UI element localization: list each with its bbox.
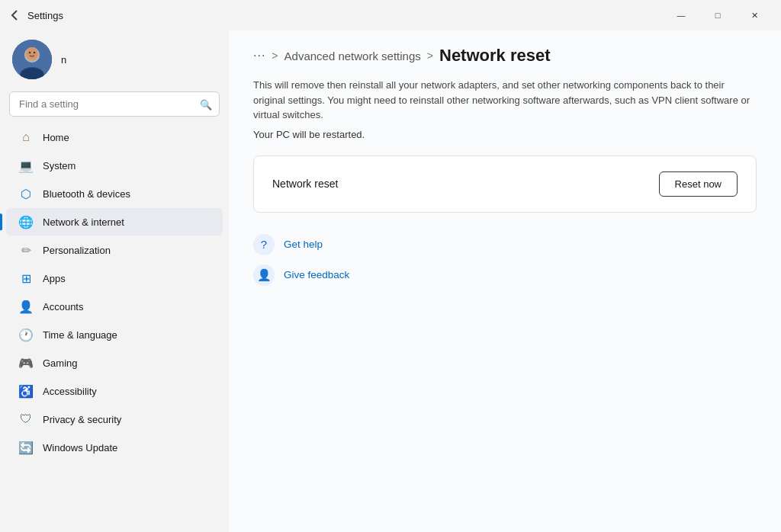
network-nav-icon: 🌐 — [18, 214, 34, 229]
app-title: Settings — [27, 10, 63, 21]
sidebar-label-gaming: Gaming — [43, 357, 78, 369]
svg-point-7 — [34, 52, 35, 53]
apps-nav-icon: ⊞ — [18, 271, 34, 286]
sidebar: n 🔍 ⌂Home💻System⬡Bluetooth & devices🌐Net… — [0, 30, 229, 532]
system-nav-icon: 💻 — [18, 158, 34, 173]
sidebar-item-accessibility[interactable]: ♿Accessibility — [6, 377, 223, 405]
sidebar-item-bluetooth[interactable]: ⬡Bluetooth & devices — [6, 180, 223, 207]
privacy-nav-icon: 🛡 — [18, 412, 34, 427]
time-nav-icon: 🕐 — [18, 327, 34, 342]
accounts-nav-icon: 👤 — [18, 299, 34, 314]
minimize-button[interactable]: — — [664, 3, 699, 27]
svg-point-6 — [29, 52, 31, 53]
sidebar-label-home: Home — [43, 132, 69, 143]
sidebar-label-accessibility: Accessibility — [43, 386, 97, 397]
sidebar-label-system: System — [43, 160, 76, 171]
accessibility-nav-icon: ♿ — [18, 383, 34, 399]
search-icon: 🔍 — [200, 98, 212, 110]
user-section: n — [0, 30, 229, 88]
give-feedback-link[interactable]: 👤Give feedback — [253, 264, 757, 286]
reset-card: Network reset Reset now — [253, 155, 757, 213]
gaming-nav-icon: 🎮 — [18, 355, 34, 370]
sidebar-item-personalization[interactable]: ✏Personalization — [6, 236, 223, 264]
reset-now-button[interactable]: Reset now — [659, 171, 738, 197]
sidebar-label-network: Network & internet — [43, 216, 124, 228]
sidebar-label-time: Time & language — [43, 329, 117, 341]
maximize-button[interactable]: □ — [700, 3, 735, 27]
svg-point-5 — [26, 47, 38, 59]
personalization-nav-icon: ✏ — [18, 242, 34, 258]
titlebar: Settings — □ ✕ — [0, 0, 781, 30]
page-title: Network reset — [439, 46, 551, 66]
sidebar-label-personalization: Personalization — [43, 245, 111, 256]
main-content: ··· > Advanced network settings > Networ… — [229, 30, 781, 532]
sidebar-item-accounts[interactable]: 👤Accounts — [6, 293, 223, 320]
get-help-label: Get help — [284, 239, 323, 250]
description-text: This will remove then reinstall all your… — [253, 78, 757, 123]
sidebar-label-apps: Apps — [43, 273, 66, 284]
restart-note: Your PC will be restarted. — [253, 129, 757, 140]
sidebar-label-privacy: Privacy & security — [43, 414, 121, 425]
get-help-link[interactable]: ?Get help — [253, 234, 757, 255]
bluetooth-nav-icon: ⬡ — [18, 186, 34, 201]
sidebar-label-update: Windows Update — [43, 442, 117, 453]
breadcrumb: ··· > Advanced network settings > Networ… — [253, 46, 757, 66]
titlebar-left: Settings — [9, 9, 63, 21]
sidebar-item-network[interactable]: 🌐Network & internet — [6, 208, 223, 236]
sidebar-item-system[interactable]: 💻System — [6, 152, 223, 179]
breadcrumb-sep1: > — [272, 50, 278, 62]
close-button[interactable]: ✕ — [737, 3, 772, 27]
breadcrumb-sep2: > — [427, 50, 433, 62]
sidebar-item-apps[interactable]: ⊞Apps — [6, 264, 223, 292]
get-help-icon: ? — [253, 234, 275, 255]
nav-list: ⌂Home💻System⬡Bluetooth & devices🌐Network… — [0, 123, 229, 462]
search-box: 🔍 — [9, 91, 220, 117]
app-body: n 🔍 ⌂Home💻System⬡Bluetooth & devices🌐Net… — [0, 30, 781, 532]
update-nav-icon: 🔄 — [18, 440, 34, 455]
breadcrumb-dots[interactable]: ··· — [253, 49, 265, 62]
window-controls: — □ ✕ — [664, 3, 772, 27]
breadcrumb-advanced-network[interactable]: Advanced network settings — [284, 50, 421, 62]
sidebar-item-home[interactable]: ⌂Home — [6, 123, 223, 151]
user-name: n — [61, 54, 66, 66]
search-input[interactable] — [9, 91, 220, 117]
reset-card-label: Network reset — [272, 178, 338, 190]
back-icon[interactable] — [9, 9, 21, 21]
help-links: ?Get help👤Give feedback — [253, 234, 757, 286]
sidebar-item-time[interactable]: 🕐Time & language — [6, 321, 223, 348]
sidebar-item-gaming[interactable]: 🎮Gaming — [6, 349, 223, 377]
give-feedback-icon: 👤 — [253, 264, 275, 286]
avatar[interactable] — [12, 40, 52, 79]
sidebar-item-update[interactable]: 🔄Windows Update — [6, 434, 223, 461]
sidebar-label-bluetooth: Bluetooth & devices — [43, 188, 130, 200]
sidebar-label-accounts: Accounts — [43, 301, 83, 312]
home-nav-icon: ⌂ — [18, 130, 34, 145]
give-feedback-label: Give feedback — [284, 269, 349, 280]
sidebar-item-privacy[interactable]: 🛡Privacy & security — [6, 405, 223, 433]
